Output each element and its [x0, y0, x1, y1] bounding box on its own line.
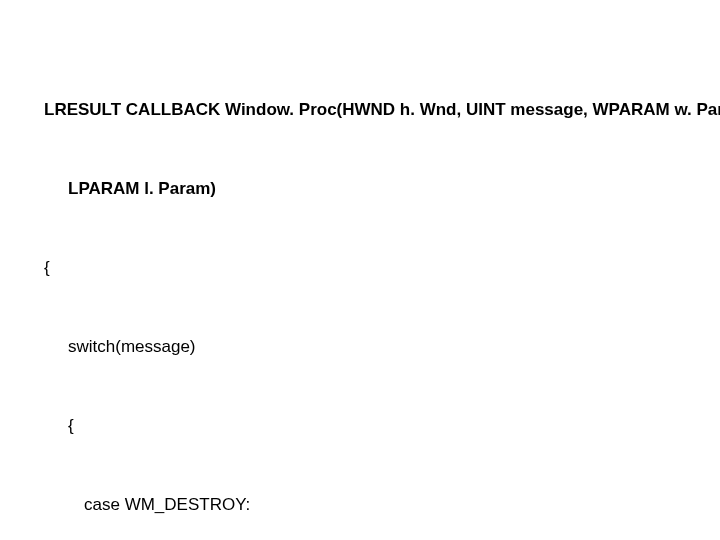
code-block: LRESULT CALLBACK Window. Proc(HWND h. Wn… [44, 44, 700, 540]
code-line-signature-1: LRESULT CALLBACK Window. Proc(HWND h. Wn… [44, 97, 700, 123]
code-line-signature-2: LPARAM l. Param) [44, 176, 700, 202]
slide: LRESULT CALLBACK Window. Proc(HWND h. Wn… [0, 0, 720, 540]
code-line-switch: switch(message) [44, 334, 700, 360]
code-line-open-brace-1: { [44, 255, 700, 281]
code-line-case: case WM_DESTROY: [44, 492, 700, 518]
code-line-open-brace-2: { [44, 413, 700, 439]
